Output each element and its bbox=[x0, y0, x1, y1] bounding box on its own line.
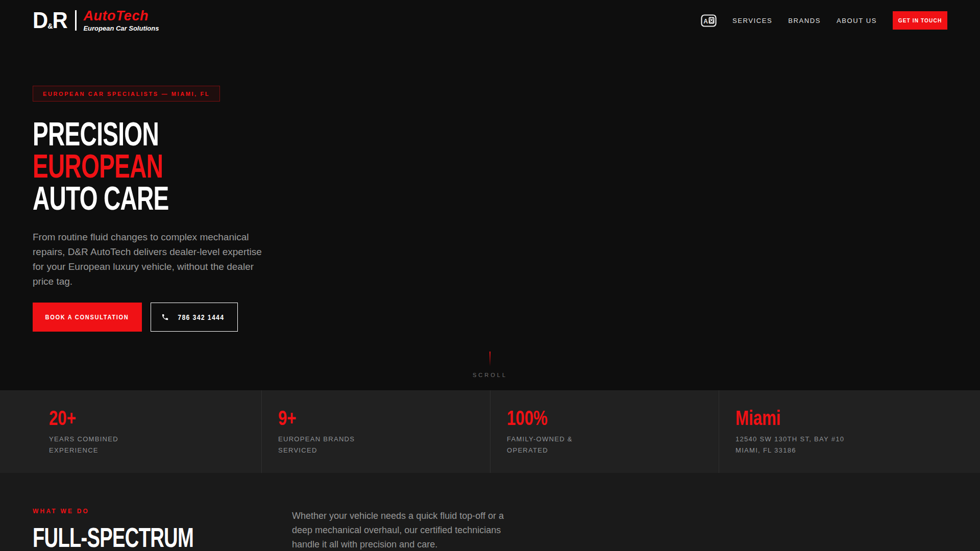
hero-cta-row: BOOK A CONSULTATION 786 342 1444 bbox=[33, 303, 947, 332]
get-in-touch-label: GET IN TOUCH bbox=[898, 17, 942, 23]
phone-icon bbox=[161, 313, 169, 321]
logo-dr-monogram: D&R bbox=[33, 9, 67, 32]
stat-label: YEARS COMBINED EXPERIENCE bbox=[49, 434, 261, 456]
stat-value: 20+ bbox=[49, 408, 214, 428]
hero-description: From routine fluid changes to complex me… bbox=[33, 230, 274, 289]
hero-section: EUROPEAN CAR SPECIALISTS — MIAMI, FL PRE… bbox=[0, 41, 980, 390]
nav-link-brands[interactable]: BRANDS bbox=[788, 17, 821, 24]
stat-value: 9+ bbox=[278, 408, 444, 428]
services-title: FULL-SPECTRUM bbox=[33, 523, 219, 551]
hero-title-line-2: EUROPEAN bbox=[33, 151, 691, 183]
phone-button[interactable]: 786 342 1444 bbox=[151, 303, 238, 332]
stat-location: Miami 12540 SW 130TH ST, BAY #10 MIAMI, … bbox=[719, 390, 947, 473]
stat-label: EUROPEAN BRANDS SERVICED bbox=[278, 434, 490, 456]
main-nav: A SERVICES BRANDS ABOUT US GET IN TOUCH bbox=[701, 11, 947, 30]
get-in-touch-button[interactable]: GET IN TOUCH bbox=[893, 11, 947, 30]
phone-number-label: 786 342 1444 bbox=[178, 313, 224, 321]
logo-tagline: European Car Solutions bbox=[83, 25, 159, 32]
scroll-indicator: SCROLL bbox=[473, 352, 507, 378]
nav-link-about-us[interactable]: ABOUT US bbox=[837, 17, 877, 24]
stat-label: FAMILY-OWNED & OPERATED bbox=[507, 434, 719, 456]
logo[interactable]: D&R AutoTech European Car Solutions bbox=[33, 9, 159, 32]
services-intro-block: Whether your vehicle needs a quick fluid… bbox=[292, 508, 523, 551]
stat-value: Miami bbox=[736, 408, 901, 428]
logo-wordmark: AutoTech European Car Solutions bbox=[83, 9, 159, 32]
stats-band: 20+ YEARS COMBINED EXPERIENCE 9+ EUROPEA… bbox=[0, 390, 980, 473]
hero-title-line-1: PRECISION bbox=[33, 118, 691, 151]
scroll-line-icon bbox=[489, 352, 491, 366]
book-consultation-label: BOOK A CONSULTATION bbox=[45, 313, 129, 321]
stat-value: 100% bbox=[507, 408, 672, 428]
translate-icon: A bbox=[701, 14, 717, 27]
stat-label: 12540 SW 130TH ST, BAY #10 MIAMI, FL 331… bbox=[736, 434, 947, 456]
book-consultation-button[interactable]: BOOK A CONSULTATION bbox=[33, 303, 142, 332]
services-eyebrow: WHAT WE DO bbox=[33, 508, 292, 515]
logo-name: AutoTech bbox=[83, 9, 159, 23]
scroll-label: SCROLL bbox=[473, 372, 507, 378]
logo-divider bbox=[75, 10, 77, 31]
translate-button[interactable]: A bbox=[701, 14, 717, 27]
hero-badge: EUROPEAN CAR SPECIALISTS — MIAMI, FL bbox=[33, 86, 220, 102]
stat-experience: 20+ YEARS COMBINED EXPERIENCE bbox=[33, 390, 261, 473]
stat-brands: 9+ EUROPEAN BRANDS SERVICED bbox=[261, 390, 490, 473]
services-description: Whether your vehicle needs a quick fluid… bbox=[292, 509, 523, 551]
nav-link-services[interactable]: SERVICES bbox=[732, 17, 772, 24]
svg-text:A: A bbox=[703, 17, 708, 24]
stat-family-owned: 100% FAMILY-OWNED & OPERATED bbox=[490, 390, 719, 473]
site-header: D&R AutoTech European Car Solutions A SE… bbox=[0, 0, 980, 41]
services-heading-block: WHAT WE DO FULL-SPECTRUM bbox=[33, 508, 292, 551]
hero-title: PRECISION EUROPEAN AUTO CARE bbox=[33, 118, 947, 215]
services-section: WHAT WE DO FULL-SPECTRUM Whether your ve… bbox=[0, 473, 980, 551]
logo-ampersand: & bbox=[47, 22, 52, 30]
hero-title-line-3: AUTO CARE bbox=[33, 183, 691, 215]
